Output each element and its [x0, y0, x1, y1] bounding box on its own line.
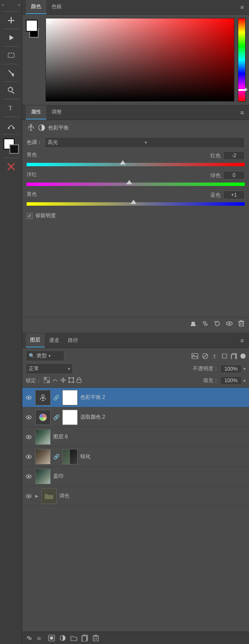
preserve-luminosity-checkbox[interactable] [27, 213, 33, 219]
adjustment-thumb-icon [38, 392, 48, 403]
layer-mask-sharpen[interactable] [62, 449, 78, 464]
layer-item-merge-stamp[interactable]: 盖印 [22, 467, 249, 486]
magenta-green-value[interactable]: 0 [223, 171, 245, 180]
folder-expand-icon[interactable]: ▶ [35, 494, 39, 498]
svg-text:fx: fx [37, 636, 41, 641]
layer-eye-color-balance-2[interactable] [25, 394, 33, 401]
layer-eye-color-grade[interactable] [25, 492, 33, 500]
separator-1 [3, 11, 19, 12]
clone-stamp-tool[interactable] [4, 84, 18, 97]
link-layers-btn[interactable] [26, 635, 33, 641]
svg-line-33 [203, 354, 207, 358]
layer-item-selective-color-2[interactable]: 🔗 选取颜色 2 [22, 407, 249, 427]
opacity-group: 不透明度： 100% ▾ [193, 365, 246, 373]
shape-filter-btn[interactable] [222, 353, 228, 359]
layer-eye-selective-color-2[interactable] [25, 413, 33, 421]
magenta-green-track-container[interactable] [27, 180, 245, 188]
background-color[interactable] [9, 144, 19, 154]
tone-dropdown[interactable]: 高光 ▾ [45, 137, 245, 148]
delete-layer-btn[interactable] [93, 635, 99, 641]
layer-eye-merge-stamp[interactable] [25, 473, 33, 480]
tab-swatches[interactable]: 色板 [46, 0, 67, 14]
props-panel-menu[interactable]: ≡ [239, 108, 246, 118]
yellow-blue-slider-row: 黄色 蓝色 +1 [22, 189, 249, 209]
tab-properties[interactable]: 属性 [26, 105, 46, 120]
folder-thumb-icon [44, 492, 54, 500]
yellow-blue-value[interactable]: +1 [223, 191, 245, 199]
mini-swatches[interactable] [26, 20, 42, 36]
layer-item-color-balance-2[interactable]: 🔗 色彩平衡 2 [22, 388, 249, 407]
text-tool[interactable]: T [4, 101, 18, 115]
eraser-tool[interactable] [4, 160, 18, 174]
yellow-blue-thumb[interactable] [131, 200, 137, 204]
layer-item-sharpen[interactable]: 🔗 锐化 [22, 447, 249, 467]
lock-position-btn[interactable] [60, 377, 66, 384]
move-tool[interactable] [4, 13, 18, 27]
cyan-red-value[interactable]: -2 [223, 151, 245, 160]
green-label: 绿色 [210, 172, 221, 179]
lock-transparent-btn[interactable] [44, 377, 50, 384]
search-icon: 🔍 [29, 353, 35, 359]
lock-image-btn[interactable] [52, 377, 58, 384]
filter-dropdown[interactable]: 🔍 类型 ▾ [26, 350, 64, 361]
rect-select-tool[interactable] [4, 48, 18, 62]
tab-channels[interactable]: 通道 [45, 334, 64, 347]
right-arrow-icon[interactable]: » [18, 3, 20, 7]
gradient-picker[interactable] [46, 18, 234, 102]
new-layer-btn[interactable] [82, 635, 88, 641]
brush-tool[interactable] [4, 66, 18, 80]
yellow-blue-track-container[interactable] [27, 200, 245, 208]
layer-eye-layer6[interactable] [25, 433, 33, 441]
preserve-luminosity-label: 保留明度 [35, 212, 56, 219]
layer-eye-sharpen[interactable] [25, 453, 33, 461]
adjustment-filter-btn[interactable] [202, 353, 209, 359]
cyan-red-thumb[interactable] [120, 160, 126, 165]
smart-filter-btn[interactable] [231, 353, 237, 359]
cyan-red-track[interactable] [27, 163, 245, 166]
tab-adjustments[interactable]: 调整 [46, 105, 67, 120]
color-swatch[interactable] [3, 138, 19, 154]
layer-item-color-grade[interactable]: ▶ 调色 [22, 486, 249, 506]
layer-mask-selective-color-2[interactable] [62, 410, 78, 425]
layer-item-layer6[interactable]: 图层 6 [22, 427, 249, 447]
link-btn[interactable] [202, 320, 209, 327]
opacity-value[interactable]: 100% [220, 365, 242, 373]
circle-filter-btn[interactable] [240, 353, 246, 359]
tab-layers[interactable]: 图层 [26, 333, 45, 347]
hue-strip[interactable] [238, 18, 246, 102]
tab-color[interactable]: 颜色 [26, 0, 46, 14]
opacity-arrow-icon[interactable]: ▾ [243, 366, 246, 371]
blend-mode-dropdown[interactable]: 正常 ▾ [26, 363, 73, 374]
new-group-btn[interactable] [70, 635, 77, 641]
layer-mask-color-balance-2[interactable] [62, 390, 78, 405]
cyan-red-track-container[interactable] [27, 161, 245, 168]
lock-all-btn[interactable] [76, 377, 82, 384]
add-adjustment-btn[interactable] [59, 635, 66, 641]
visibility-btn[interactable] [226, 320, 233, 327]
lock-artboard-btn[interactable] [68, 377, 74, 384]
svg-marker-1 [9, 35, 14, 40]
magenta-green-thumb[interactable] [126, 180, 132, 184]
add-mask-btn[interactable] [48, 635, 55, 641]
color-panel-menu[interactable]: ≡ [239, 2, 246, 12]
image-filter-btn[interactable] [191, 353, 198, 359]
mini-foreground[interactable] [26, 20, 38, 32]
lock-label: 锁定： [26, 377, 41, 384]
delete-btn[interactable] [238, 320, 245, 327]
text-filter-btn[interactable]: T [212, 353, 218, 359]
stamp-btn[interactable] [190, 320, 197, 327]
path-tool[interactable] [4, 119, 18, 132]
magenta-label: 洋红 [27, 171, 37, 180]
svg-rect-21 [191, 322, 195, 324]
tab-paths[interactable]: 路径 [64, 334, 82, 347]
magenta-green-track[interactable] [27, 183, 245, 186]
svg-point-76 [28, 495, 30, 497]
layer-effects-btn[interactable]: fx [37, 635, 44, 641]
reset-btn[interactable] [214, 320, 221, 327]
play-tool[interactable] [4, 31, 18, 45]
fill-arrow-icon[interactable]: ▾ [243, 378, 246, 383]
fill-value[interactable]: 100% [220, 376, 242, 385]
left-arrow-icon[interactable]: « [2, 3, 4, 7]
layers-panel-menu[interactable]: ≡ [239, 335, 246, 346]
props-panel-tabs: 属性 调整 ≡ [22, 105, 249, 120]
